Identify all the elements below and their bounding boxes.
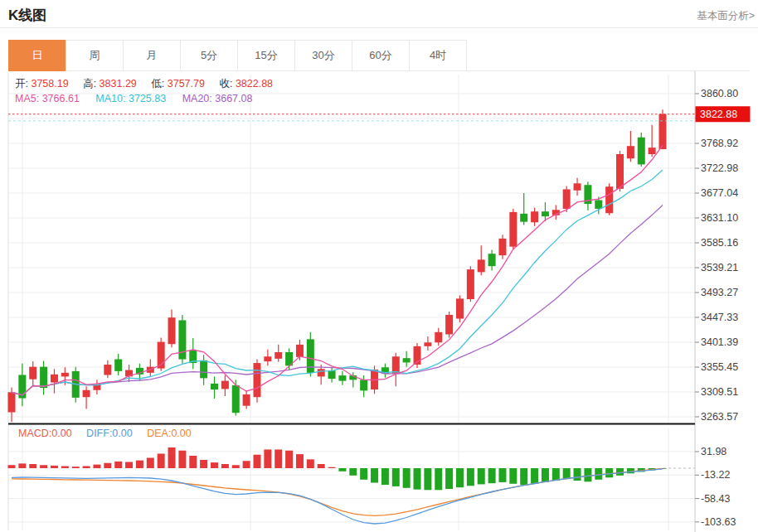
open-value: 3758.19: [31, 78, 68, 89]
price-axis-label: 3722.98: [701, 162, 738, 174]
low-label: 低:: [151, 78, 164, 89]
macd-value: MACD:0.00: [18, 428, 72, 439]
kline-page: K线图 基本面分析> 日周月5分15分30分60分4时 3860.803814.…: [0, 0, 758, 532]
ma5-value: MA5: 3766.61: [15, 93, 80, 104]
ma-info-bar: MA5: 3766.61 MA10: 3725.83 MA20: 3667.08: [15, 93, 252, 104]
ma20-value: MA20: 3667.08: [182, 93, 253, 104]
high-value: 3831.29: [100, 78, 137, 89]
price-axis-label: 3263.57: [701, 411, 738, 423]
price-axis-label: 3309.51: [701, 386, 738, 398]
price-axis-label: 3585.16: [701, 237, 738, 249]
price-axis-label: 3355.45: [701, 361, 738, 373]
price-axis-label: 3539.21: [701, 262, 738, 273]
price-axis-label: 3401.39: [701, 336, 738, 348]
close-value: 3822.88: [236, 78, 273, 89]
high-label: 高:: [83, 78, 96, 89]
price-axis-label: 3631.10: [701, 212, 738, 224]
macd-axis-label: -58.43: [701, 493, 730, 505]
price-axis-label: 3860.80: [701, 88, 738, 99]
current-price-tag-value: 3822.88: [700, 109, 737, 120]
close-label: 收:: [219, 78, 232, 89]
open-label: 开:: [15, 78, 28, 89]
ma10-value: MA10: 3725.83: [95, 93, 166, 104]
price-axis-label: 3447.33: [701, 312, 738, 323]
macd-axis-label: -13.22: [701, 469, 730, 481]
dea-value: DEA:0.00: [147, 428, 192, 439]
diff-value: DIFF:0.00: [86, 428, 133, 439]
price-axis-label: 3677.04: [701, 187, 738, 199]
price-axis-label: 3493.27: [701, 287, 738, 298]
macd-legend: MACD:0.00 DIFF:0.00 DEA:0.00: [18, 428, 192, 439]
macd-axis-label: 31.98: [701, 446, 726, 457]
macd-axis-label: -103.63: [701, 516, 736, 528]
ohlc-info-bar: 开: 3758.19 高: 3831.29 低: 3757.79 收: 3822…: [15, 77, 284, 91]
price-axis-label: 3768.92: [701, 138, 738, 149]
low-value: 3757.79: [168, 78, 205, 89]
